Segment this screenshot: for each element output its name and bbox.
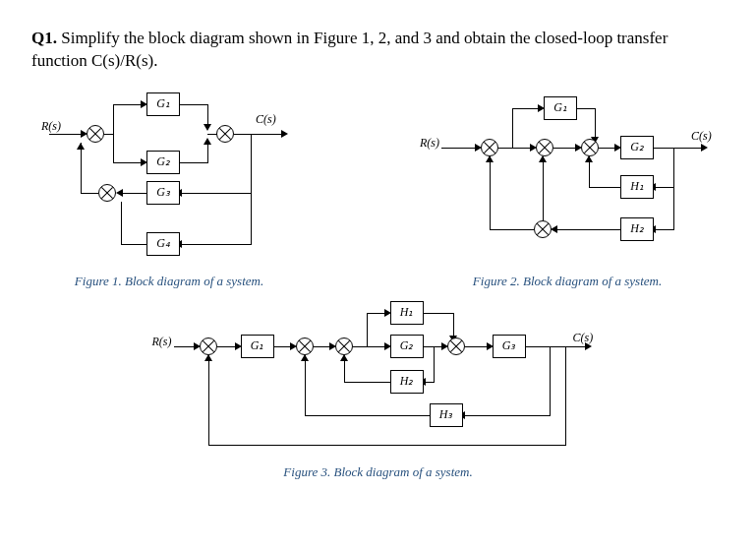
figure-1-diagram: R(s) C(s) G₁ G₂	[41, 96, 297, 264]
figure-2-block-h1: H₁	[620, 175, 654, 199]
figure-3: R(s) C(s) G₁ H₁	[31, 307, 725, 480]
figure-1-sum-3	[98, 184, 116, 202]
figure-2-block-h2: H₂	[620, 217, 654, 241]
figure-2-block-g1: G₁	[544, 96, 577, 120]
figure-3-caption: Figure 3. Block diagram of a system.	[283, 464, 472, 480]
figure-1-caption: Figure 1. Block diagram of a system.	[75, 274, 263, 289]
figure-1-block-g4: G₄	[146, 232, 180, 256]
figure-3-diagram: R(s) C(s) G₁ H₁	[152, 307, 605, 455]
figure-3-block-g1: G₁	[241, 335, 274, 358]
figure-3-sum-4	[447, 337, 465, 355]
figure-row-1: R(s) C(s) G₁ G₂	[31, 96, 725, 289]
figure-3-sum-3	[335, 337, 353, 355]
figure-1-input-label: R(s)	[41, 119, 61, 134]
figure-3-block-g2: G₂	[390, 335, 424, 358]
figure-2-input-label: R(s)	[420, 136, 439, 151]
figure-3-block-g3: G₃	[493, 335, 526, 358]
figure-1-sum-1	[87, 125, 104, 143]
figure-3-block-h2: H₂	[390, 370, 424, 394]
figure-2-sum-2b	[581, 139, 599, 156]
question-heading: Q1. Simplify the block diagram shown in …	[31, 28, 725, 73]
figure-2: R(s) C(s) G₁	[420, 96, 715, 289]
figure-3-block-h3: H₃	[430, 403, 463, 427]
figure-1-block-g1: G₁	[146, 92, 180, 116]
page: Q1. Simplify the block diagram shown in …	[0, 0, 756, 552]
figure-2-sum-2a	[536, 139, 553, 156]
figure-2-diagram: R(s) C(s) G₁	[420, 96, 715, 264]
figure-1-sum-2	[216, 125, 234, 143]
figure-3-input-label: R(s)	[152, 335, 172, 349]
figure-1-block-g2: G₂	[146, 151, 180, 174]
figure-2-sum-1	[481, 139, 498, 156]
figure-2-caption: Figure 2. Block diagram of a system.	[473, 274, 662, 289]
figure-2-output-label: C(s)	[691, 129, 712, 144]
figure-2-sum-3	[534, 220, 552, 238]
figure-3-sum-1	[200, 337, 217, 355]
figure-1: R(s) C(s) G₁ G₂	[41, 96, 297, 289]
question-number: Q1.	[31, 29, 57, 47]
figure-3-block-h1: H₁	[390, 301, 424, 325]
figure-1-block-g3: G₃	[146, 181, 180, 205]
figure-3-sum-2	[296, 337, 314, 355]
question-text: Simplify the block diagram shown in Figu…	[31, 29, 668, 70]
figure-2-block-g2: G₂	[620, 136, 654, 159]
figure-1-output-label: C(s)	[256, 112, 276, 127]
